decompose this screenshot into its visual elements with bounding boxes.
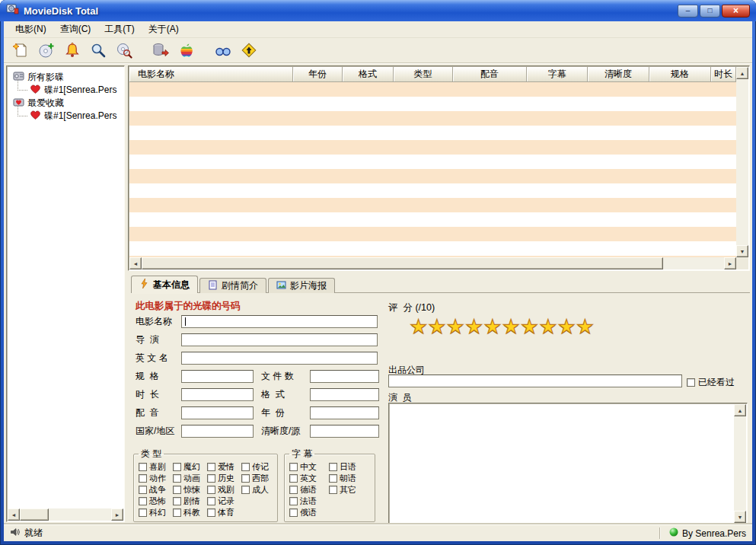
add-disc-icon[interactable]	[36, 40, 57, 61]
checkbox-box[interactable]	[139, 486, 147, 494]
type-checkbox[interactable]: 惊悚	[173, 484, 207, 496]
signpost-icon[interactable]	[238, 40, 260, 61]
checkbox-box[interactable]	[289, 486, 298, 494]
actors-textarea[interactable]: ▲ ▼	[388, 403, 748, 524]
watched-checkbox[interactable]: 已经看过	[687, 376, 735, 389]
scrollbar-thumb[interactable]	[20, 508, 49, 521]
maximize-button[interactable]: □	[700, 5, 720, 18]
subtitle-checkbox[interactable]: 朝语	[329, 473, 368, 484]
checkbox-box[interactable]	[241, 474, 250, 483]
spec-input[interactable]	[181, 370, 254, 383]
type-checkbox[interactable]: 历史	[207, 473, 241, 484]
tab-movie-poster[interactable]: 影片海报	[268, 278, 335, 293]
duration-input[interactable]	[181, 388, 254, 401]
subtitle-checkbox[interactable]: 英文	[289, 473, 329, 484]
checkbox-box[interactable]	[139, 474, 147, 483]
checkbox-box[interactable]	[207, 463, 215, 471]
binoculars-icon[interactable]	[212, 40, 234, 61]
company-input[interactable]	[388, 374, 682, 387]
subtitle-checkbox[interactable]: 德语	[289, 484, 329, 496]
tree-horizontal-scrollbar[interactable]: ◄ ►	[8, 508, 123, 521]
checkbox-box[interactable]	[207, 497, 215, 505]
disc-search-icon[interactable]	[113, 40, 135, 61]
search-icon[interactable]	[88, 40, 109, 61]
alarm-icon[interactable]	[62, 40, 83, 61]
type-checkbox[interactable]: 战争	[139, 484, 173, 496]
close-button[interactable]: ×	[722, 5, 750, 18]
column-header[interactable]: 清晰度	[588, 67, 649, 82]
checkbox-box[interactable]	[241, 463, 250, 471]
menu-item[interactable]: 工具(T)	[97, 21, 141, 38]
type-checkbox[interactable]: 喜剧	[139, 461, 173, 473]
scroll-down-icon[interactable]: ▼	[736, 245, 748, 257]
subtitle-checkbox[interactable]: 法语	[289, 496, 329, 507]
dubbing-input[interactable]	[181, 406, 254, 419]
menu-item[interactable]: 关于(A)	[142, 21, 186, 38]
type-checkbox[interactable]: 魔幻	[173, 461, 207, 473]
type-checkbox[interactable]: 动作	[139, 473, 173, 484]
table-vertical-scrollbar[interactable]: ▲ ▼	[736, 67, 748, 257]
checkbox-box[interactable]	[241, 486, 250, 494]
type-checkbox[interactable]: 戏剧	[207, 484, 241, 496]
new-movie-icon[interactable]	[10, 40, 31, 61]
scroll-up-icon[interactable]: ▲	[736, 67, 748, 79]
checkbox-box[interactable]	[173, 497, 181, 505]
type-checkbox[interactable]: 记录	[207, 496, 241, 507]
column-header[interactable]: 配音	[453, 67, 527, 82]
checkbox-box[interactable]	[289, 474, 298, 483]
subtitle-checkbox[interactable]: 中文	[289, 461, 329, 473]
apple-icon[interactable]	[176, 40, 197, 61]
checkbox-box[interactable]	[207, 486, 215, 494]
menu-item[interactable]: 查询(C)	[53, 21, 98, 38]
scroll-left-icon[interactable]: ◄	[8, 508, 20, 521]
actors-vertical-scrollbar[interactable]: ▲ ▼	[734, 404, 746, 523]
country-input[interactable]	[181, 425, 254, 438]
type-checkbox[interactable]: 剧情	[173, 496, 207, 507]
scroll-up-icon[interactable]: ▲	[734, 404, 746, 416]
english-name-input[interactable]	[181, 352, 378, 365]
checkbox-box[interactable]	[139, 463, 147, 471]
tree-item-disc1[interactable]: 碟#1[Senrea.Pers	[7, 84, 124, 97]
checkbox-box[interactable]	[173, 474, 181, 483]
subtitle-checkbox[interactable]: 其它	[329, 484, 368, 496]
director-input[interactable]	[181, 333, 378, 346]
scrollbar-thumb[interactable]	[142, 257, 663, 269]
checkbox-box[interactable]	[329, 463, 337, 471]
scroll-down-icon[interactable]: ▼	[734, 511, 746, 523]
table-horizontal-scrollbar[interactable]: ◄ ►	[129, 257, 736, 269]
checkbox-box[interactable]	[139, 497, 147, 505]
column-header[interactable]: 规格	[649, 67, 711, 82]
type-checkbox[interactable]: 动画	[173, 473, 207, 484]
clarity-input[interactable]	[310, 425, 379, 438]
scroll-left-icon[interactable]: ◄	[129, 257, 142, 269]
checkbox-box[interactable]	[289, 497, 298, 505]
type-checkbox[interactable]: 科幻	[139, 507, 173, 518]
checkbox-box[interactable]	[687, 378, 695, 387]
scroll-right-icon[interactable]: ►	[111, 508, 123, 521]
checkbox-box[interactable]	[139, 508, 147, 517]
subtitle-checkbox[interactable]: 俄语	[289, 507, 329, 518]
checkbox-box[interactable]	[329, 474, 337, 483]
checkbox-box[interactable]	[173, 463, 181, 471]
movie-name-input[interactable]	[181, 315, 378, 328]
type-checkbox[interactable]: 爱情	[207, 461, 241, 473]
type-checkbox[interactable]: 科教	[173, 507, 207, 518]
export-database-icon[interactable]	[150, 40, 171, 61]
type-checkbox[interactable]: 恐怖	[139, 496, 173, 507]
tab-plot-summary[interactable]: 剧情简介	[199, 278, 266, 293]
checkbox-box[interactable]	[173, 508, 181, 517]
column-header[interactable]: 年份	[293, 67, 343, 82]
year-input[interactable]	[310, 406, 379, 419]
minimize-button[interactable]: –	[678, 5, 698, 18]
checkbox-box[interactable]	[329, 486, 337, 494]
column-header[interactable]: 字幕	[527, 67, 588, 82]
type-checkbox[interactable]: 成人	[241, 484, 276, 496]
checkbox-box[interactable]	[207, 508, 215, 517]
menu-item[interactable]: 电影(N)	[8, 21, 53, 38]
column-header[interactable]: 格式	[343, 67, 394, 82]
checkbox-box[interactable]	[289, 508, 298, 517]
file-count-input[interactable]	[310, 370, 379, 383]
checkbox-box[interactable]	[207, 474, 215, 483]
type-checkbox[interactable]: 体育	[207, 507, 241, 518]
type-checkbox[interactable]: 西部	[241, 473, 276, 484]
